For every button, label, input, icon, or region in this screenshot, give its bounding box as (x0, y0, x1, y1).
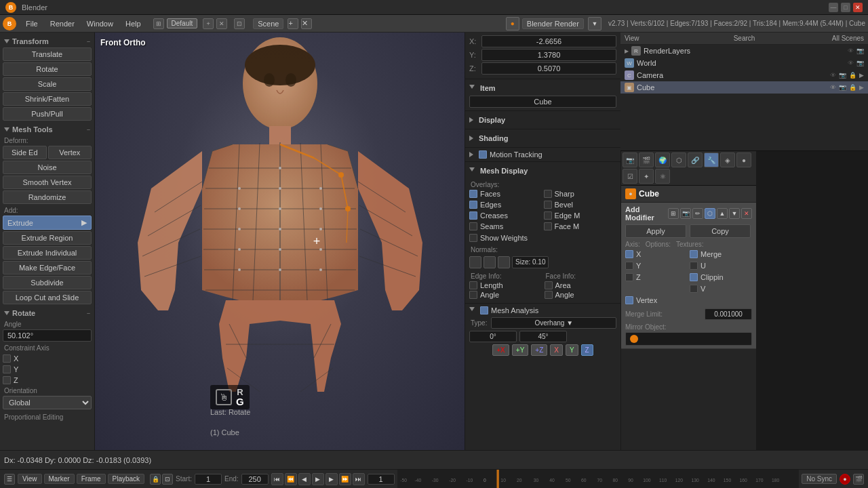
smooth-vertex-btn[interactable]: Smooth Vertex (3, 176, 92, 189)
particles-tab[interactable]: ✦ (639, 169, 654, 184)
minus-z-btn[interactable]: Z (581, 344, 593, 356)
anim-btn[interactable]: 🎬 (853, 474, 864, 485)
tl-view-btn[interactable]: View (18, 474, 42, 484)
plus-x-btn[interactable]: +X (492, 344, 509, 356)
next-keyframe-btn[interactable]: ▶ (326, 473, 338, 485)
add-layout-btn[interactable]: + (203, 18, 214, 29)
jump-end-btn[interactable]: ⏭ (353, 473, 365, 485)
modifier-tab active[interactable]: 🔧 (704, 152, 719, 167)
start-frame-input[interactable] (195, 474, 222, 485)
timeline-ruler[interactable]: -50 -40 -30 -20 -10 0 10 20 30 40 50 60 … (397, 470, 800, 488)
next-frame-btn[interactable]: ⏩ (339, 473, 351, 485)
plus-y-btn[interactable]: +Y (512, 344, 529, 356)
list-item[interactable]: ▣ Cube 👁 📷 🔒 ▶ (620, 81, 868, 94)
seams-cb[interactable] (469, 222, 477, 230)
z-axis-cb[interactable] (3, 376, 11, 384)
u-cb[interactable] (690, 262, 698, 270)
constraints-tab[interactable]: 🔗 (688, 152, 703, 167)
list-item[interactable]: W World 👁 📷 (620, 57, 868, 69)
sync-btn[interactable]: ⊡ (162, 474, 173, 485)
timeline-menu[interactable]: ☰ (4, 474, 15, 485)
face-m-cb[interactable] (544, 222, 552, 230)
current-frame-input[interactable] (368, 474, 395, 485)
copy-button[interactable]: Copy (690, 224, 751, 238)
z-mirror-cb[interactable] (625, 273, 633, 281)
maximize-button[interactable]: □ (841, 3, 850, 12)
list-item[interactable]: C Camera 👁 📷 🔒 ▶ (620, 69, 868, 81)
texture-tab[interactable]: ☑ (623, 169, 637, 184)
menu-help[interactable]: Help (120, 18, 146, 29)
scene-remove[interactable]: ✕ (301, 18, 312, 29)
layout-default[interactable]: Default (167, 18, 198, 28)
mesh-display-arrow[interactable] (469, 167, 475, 174)
shading-arrow[interactable] (469, 136, 473, 141)
mod-up-btn[interactable]: ▲ (717, 208, 728, 219)
apply-button[interactable]: Apply (625, 224, 686, 238)
z-input[interactable] (481, 62, 616, 75)
mesh-analysis-arrow[interactable] (469, 307, 475, 314)
x-axis-cb[interactable] (3, 354, 11, 363)
menu-file[interactable]: File (20, 18, 43, 29)
close-button[interactable]: ✕ (853, 3, 863, 12)
record-btn[interactable]: ● (840, 474, 850, 485)
vertex-normal-btn[interactable] (469, 256, 481, 268)
menu-window[interactable]: Window (81, 18, 119, 29)
shrink-btn[interactable]: Shrink/Fatten (3, 92, 92, 106)
scene-tab[interactable]: 🎬 (639, 152, 654, 167)
noise-btn[interactable]: Noise (3, 161, 92, 174)
loop-cut-btn[interactable]: Loop Cut and Slide (3, 291, 92, 304)
sharp-cb[interactable] (544, 190, 552, 198)
transform-toggle[interactable] (4, 39, 9, 43)
mod-down-btn[interactable]: ▼ (729, 208, 740, 219)
max-value[interactable]: 45° (519, 331, 567, 342)
extrude-region-btn[interactable]: Extrude Region (3, 231, 92, 245)
world-tab[interactable]: 🌍 (655, 152, 670, 167)
edge-m-cb[interactable] (544, 211, 552, 220)
mesh-tools-toggle[interactable] (4, 127, 9, 131)
mod-view-btn[interactable]: ⊞ (668, 208, 679, 219)
x-mirror-cb[interactable] (625, 250, 633, 258)
material-tab[interactable]: ● (736, 152, 751, 167)
v-cb[interactable] (690, 285, 698, 293)
item-arrow[interactable] (469, 85, 475, 92)
mod-edit-btn[interactable]: ✏ (692, 208, 703, 219)
search-tab[interactable]: Search (705, 35, 785, 42)
scene-selector[interactable]: Scene (253, 18, 283, 29)
y-axis-cb[interactable] (3, 365, 11, 373)
motion-tracking-arrow[interactable] (469, 152, 473, 157)
pushpull-btn[interactable]: Push/Pull (3, 107, 92, 121)
scene-add[interactable]: + (288, 18, 298, 29)
all-scenes-tab[interactable]: All Scenes (784, 35, 864, 42)
translate-btn[interactable]: Translate (3, 47, 92, 61)
make-edge-face-btn[interactable]: Make Edge/Face (3, 261, 92, 274)
merge-limit-value[interactable]: 0.001000 (705, 308, 752, 320)
end-frame-input[interactable] (241, 474, 269, 485)
area-cb[interactable] (545, 281, 553, 289)
y-input[interactable] (481, 49, 616, 61)
angle-edge-cb[interactable] (469, 291, 477, 299)
lock-btn[interactable]: 🔒 (150, 474, 161, 485)
edges-cb[interactable] (469, 201, 477, 209)
x-input[interactable] (481, 35, 616, 47)
minimize-button[interactable]: — (829, 3, 838, 12)
y-mirror-cb[interactable] (625, 262, 633, 270)
render-tab[interactable]: 📷 (623, 152, 637, 167)
object-tab[interactable]: ⬡ (671, 152, 686, 167)
prev-frame-btn[interactable]: ⏪ (285, 473, 297, 485)
minus-x-btn[interactable]: X (550, 344, 563, 356)
mod-render-btn[interactable]: 📷 (680, 208, 691, 219)
loop-normal-btn[interactable] (498, 256, 510, 268)
play-btn[interactable]: ▶ (312, 473, 324, 485)
viewport[interactable]: Front Ortho (95, 33, 465, 450)
mirror-object-field[interactable] (625, 332, 752, 346)
mesh-analysis-checkbox[interactable] (480, 306, 488, 314)
render-engine-select[interactable]: Blender Render (522, 18, 584, 29)
show-weights-cb[interactable] (469, 234, 477, 242)
randomize-btn[interactable]: Randomize (3, 190, 92, 204)
extrude-individual-btn[interactable]: Extrude Individual (3, 246, 92, 260)
length-cb[interactable] (469, 281, 477, 289)
subdivide-btn[interactable]: Subdivide (3, 276, 92, 289)
motion-tracking-checkbox[interactable] (479, 150, 487, 159)
orientation-select[interactable]: Global Local Normal (3, 396, 92, 409)
view-tab[interactable]: View (625, 35, 705, 42)
